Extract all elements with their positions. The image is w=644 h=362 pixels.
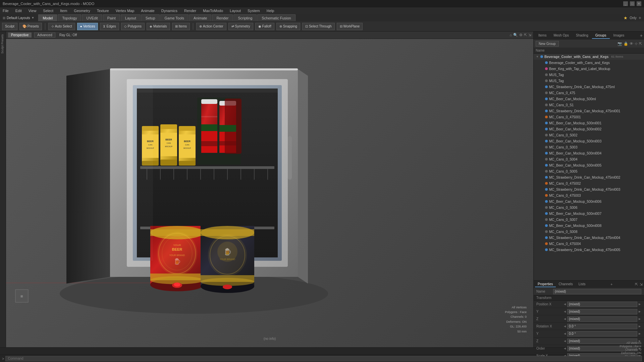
props-collapse-icon[interactable]: ⇲ (640, 282, 643, 287)
menu-layout[interactable]: Layout (228, 9, 242, 13)
tab-render[interactable]: Render (212, 14, 233, 21)
vertices-button[interactable]: ● Vertices (77, 23, 98, 30)
rp-tab-images[interactable]: Images (610, 32, 628, 39)
list-item[interactable]: MC_Cans_0_475002 (534, 180, 644, 186)
props-expand-icon[interactable]: ⇱ (635, 282, 638, 287)
pos-z-decrement[interactable]: ◀ (563, 317, 567, 320)
list-item[interactable]: MC_Strawberry_Drink_Can_Mockup_475ml (534, 84, 644, 90)
viewport-fullscreen-icon[interactable]: ⇲ (528, 33, 531, 37)
list-icon-render[interactable]: ⊹ (635, 42, 638, 46)
list-item[interactable]: MC_Strawberry_Drink_Can_Mockup_475ml001 (534, 108, 644, 114)
maximize-button[interactable]: □ (630, 1, 635, 6)
list-item[interactable]: MC_Strawberry_Drink_Can_Mockup_475ml005 (534, 247, 644, 253)
name-value-field[interactable]: (mixed) (553, 289, 641, 294)
scene-root-item[interactable]: ▼ Beverage_Cooler_with_Cans_and_Kegs 61 … (534, 54, 644, 60)
items-button[interactable]: ⊞ Items (172, 23, 190, 30)
list-item[interactable]: MC_Beer_Can_Mockup_500ml002 (534, 126, 644, 132)
props-tab-add-button[interactable]: + (610, 282, 612, 286)
scene-tree[interactable]: ▼ Beverage_Cooler_with_Cans_and_Kegs 61 … (534, 54, 644, 280)
rp-tab-items[interactable]: Items (535, 32, 550, 39)
tab-gametools[interactable]: Game Tools (160, 14, 189, 21)
close-button[interactable]: ✕ (637, 1, 641, 6)
list-item[interactable]: MC_Cans_0_475003 (534, 192, 644, 198)
menu-texture[interactable]: Texture (96, 9, 110, 13)
menu-dynamics[interactable]: Dynamics (160, 9, 179, 13)
sidebar-tab-sculpt-presets[interactable]: Sculpt Presets (0, 33, 6, 55)
polygons-button[interactable]: ◇ Polygons (121, 23, 145, 30)
viewport-home-icon[interactable]: ⌂ (509, 33, 512, 37)
viewport-expand-icon[interactable]: ⇱ (524, 33, 527, 37)
list-item[interactable]: MC_Cans_0_S004 (534, 156, 644, 162)
select-through-button[interactable]: ⊡ Select Through (302, 23, 335, 30)
prop-tab-lists[interactable]: Lists (576, 282, 588, 287)
list-item[interactable]: MC_Beer_Can_Mockup_500ml001 (534, 120, 644, 126)
menu-geometry[interactable]: Geometry (72, 9, 91, 13)
add-tab-button[interactable]: + (639, 15, 641, 20)
tab-layout[interactable]: Layout (121, 14, 141, 21)
position-x-input[interactable] (567, 302, 637, 307)
pos-z-increment[interactable]: ▶ (638, 317, 641, 320)
star-button[interactable]: ★ (624, 15, 628, 20)
tab-model[interactable]: Model (38, 14, 57, 21)
rp-tab-shading[interactable]: Shading (573, 32, 592, 39)
tab-scripting[interactable]: Scripting (233, 14, 257, 21)
list-item[interactable]: Beverage_Cooler_with_Cans_and_Kegs (534, 60, 644, 66)
list-icon-eye[interactable]: 👁 (630, 42, 633, 46)
rot-y-decrement[interactable]: ◀ (563, 332, 567, 335)
menu-system[interactable]: System (246, 9, 261, 13)
edges-button[interactable]: ⊻ Edges (100, 23, 119, 30)
list-item[interactable]: MUS_Tag (534, 78, 644, 84)
new-group-button[interactable]: New Group (536, 41, 559, 47)
position-z-input[interactable] (567, 316, 637, 322)
list-item[interactable]: Beer_Keg_with_Tap_and_Label_Mockup (534, 66, 644, 72)
list-item[interactable]: MC_Cans_0_S1 (534, 102, 644, 108)
list-item[interactable]: MC_Cans_0_S002 (534, 132, 644, 138)
menu-item[interactable]: Item (59, 9, 68, 13)
symmetry-button[interactable]: ⇌ Symmetry (228, 23, 253, 30)
list-item[interactable]: MC_Cans_0_475001 (534, 114, 644, 120)
list-item[interactable]: MC_Strawberry_Drink_Can_Mockup_475ml003 (534, 186, 644, 192)
rot-y-increment[interactable]: ▶ (638, 332, 641, 335)
viewport-raygl-button[interactable]: Ray GL: Off (58, 33, 78, 37)
list-item[interactable]: MC_Cans_0_475004 (534, 241, 644, 247)
minimize-button[interactable]: _ (623, 1, 628, 6)
list-item[interactable]: MC_Cans_0_475 (534, 90, 644, 96)
tab-animate[interactable]: Animate (189, 14, 211, 21)
rp-tab-meshops[interactable]: Mesh Ops (550, 32, 572, 39)
menu-animate[interactable]: Animate (140, 9, 156, 13)
order-decrement[interactable]: ◀ (563, 347, 567, 350)
rot-x-decrement[interactable]: ◀ (563, 325, 567, 328)
menu-file[interactable]: File (1, 9, 10, 13)
menu-vertexmap[interactable]: Vertex Map (114, 9, 136, 13)
pos-x-increment[interactable]: ▶ (638, 303, 641, 306)
menu-maxtomodo[interactable]: MaxToModo (202, 9, 224, 13)
menu-help[interactable]: Help (265, 9, 276, 13)
materials-button[interactable]: ◈ Materials (147, 23, 170, 30)
falloff-button[interactable]: ◉ Falloff (255, 23, 274, 30)
viewport-zoom-icon[interactable]: 🔍 (513, 33, 518, 37)
tab-paint[interactable]: Paint (103, 14, 120, 21)
pos-y-decrement[interactable]: ◀ (563, 310, 567, 313)
snapping-button[interactable]: ⊛ Snapping (276, 23, 300, 30)
list-item[interactable]: MC_Cans_0_S008 (534, 229, 644, 235)
pos-y-increment[interactable]: ▶ (638, 310, 641, 313)
rotation-y-input[interactable] (567, 331, 637, 337)
menu-view[interactable]: View (27, 9, 38, 13)
list-item[interactable]: MC_Beer_Can_Mockup_500ml008 (534, 223, 644, 229)
action-center-button[interactable]: ⊕ Action Center (196, 23, 226, 30)
list-item[interactable]: MC_Beer_Can_Mockup_500ml005 (534, 162, 644, 168)
command-input[interactable] (5, 356, 642, 361)
pos-x-decrement[interactable]: ◀ (563, 303, 567, 306)
viewport-perspective-tab[interactable]: Perspective (8, 33, 32, 38)
list-item[interactable]: MC_Beer_Can_Mockup_500ml004 (534, 150, 644, 156)
menu-edit[interactable]: Edit (14, 9, 23, 13)
list-item[interactable]: MC_Cans_0_S003 (534, 144, 644, 150)
list-item[interactable]: MC_Cans_0_S005 (534, 168, 644, 174)
list-item[interactable]: MC_Strawberry_Drink_Can_Mockup_475ml002 (534, 174, 644, 180)
list-item[interactable]: MC_Beer_Can_Mockup_500ml (534, 96, 644, 102)
list-item[interactable]: MUS_Tag (534, 72, 644, 78)
list-item[interactable]: MC_Beer_Can_Mockup_500ml007 (534, 210, 644, 217)
work-plane-button[interactable]: ⊟ WorkPlane (337, 23, 363, 30)
viewport-canvas[interactable]: BEER CAN MOCKUP BEER CAN MOCKUP BEER CAN… (6, 39, 533, 347)
prop-tab-properties[interactable]: Properties (535, 282, 556, 287)
